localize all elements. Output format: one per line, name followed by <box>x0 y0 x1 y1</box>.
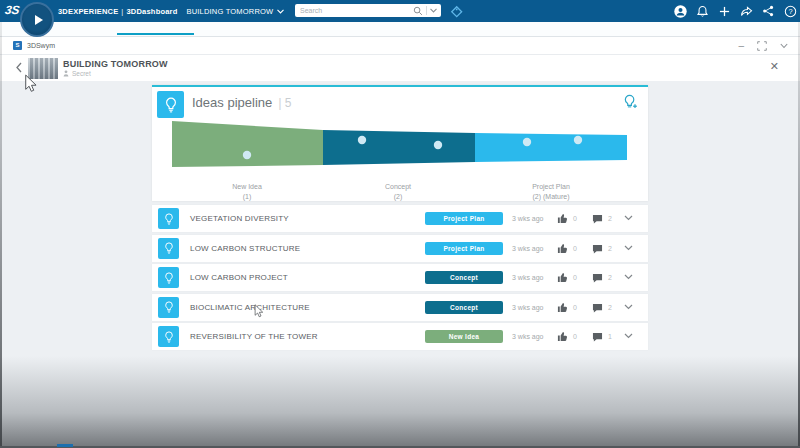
widget-title-bar: S 3DSwym – <box>0 37 800 55</box>
timestamp: 3 wks ago <box>512 245 544 252</box>
idea-dot[interactable] <box>574 136 582 144</box>
maximize-icon[interactable] <box>757 41 767 51</box>
idea-dot[interactable] <box>434 141 442 149</box>
status-badge: New Idea <box>425 330 503 343</box>
card-title-row: Ideas pipeline|5 <box>192 95 291 110</box>
app-name[interactable]: 3DDashboard <box>127 7 178 16</box>
thumbs-up-icon[interactable] <box>557 272 568 283</box>
share-network-icon[interactable] <box>761 4 775 18</box>
comment-count: 2 <box>608 215 612 222</box>
like-count: 0 <box>573 304 577 311</box>
expand-chevron-icon[interactable] <box>624 333 633 339</box>
widget-app-name[interactable]: 3DSwym <box>27 42 55 49</box>
idea-dot[interactable] <box>523 138 531 146</box>
community-thumbnail[interactable] <box>28 58 58 79</box>
chevron-down-icon[interactable] <box>277 9 284 14</box>
share-arrow-icon[interactable] <box>739 4 753 18</box>
idea-row[interactable]: BIOCLIMATIC ARCHITECTURE Concept 3 wks a… <box>152 294 648 321</box>
member-icon <box>63 70 69 77</box>
search-scope-chevron-icon[interactable] <box>430 8 437 13</box>
funnel-stage-concept[interactable] <box>323 130 475 165</box>
lightbulb-icon <box>157 91 184 118</box>
thumbs-up-icon[interactable] <box>557 331 568 342</box>
widget-chevron-down-icon[interactable] <box>780 43 788 49</box>
like-count: 0 <box>573 215 577 222</box>
status-badge: Project Plan <box>425 242 503 255</box>
timestamp: 3 wks ago <box>512 215 544 222</box>
comment-icon[interactable] <box>592 332 603 342</box>
like-count: 0 <box>573 333 577 340</box>
lightbulb-icon <box>158 208 179 229</box>
video-progress-mark <box>57 444 73 447</box>
stage-label-concept: Concept(2) <box>385 182 411 202</box>
search-divider <box>426 6 427 15</box>
expand-chevron-icon[interactable] <box>624 274 633 280</box>
add-plus-icon[interactable] <box>717 4 731 18</box>
active-tab-indicator <box>117 33 194 35</box>
breadcrumb: 3DEXPERIENCE | 3DDashboard BUILDING TOMO… <box>58 0 284 22</box>
topbar-actions: ? <box>673 0 797 22</box>
idea-dot[interactable] <box>358 136 366 144</box>
dashboard-context[interactable]: BUILDING TOMORROW <box>186 7 273 16</box>
help-icon[interactable]: ? <box>783 4 797 18</box>
thumbs-up-icon[interactable] <box>557 243 568 254</box>
idea-title[interactable]: REVERSIBILITY OF THE TOWER <box>190 332 318 341</box>
bottom-gradient <box>0 356 800 448</box>
comment-count: 1 <box>608 333 612 340</box>
timestamp: 3 wks ago <box>512 333 544 340</box>
idea-row[interactable]: LOW CARBON STRUCTURE Project Plan 3 wks … <box>152 235 648 262</box>
expand-chevron-icon[interactable] <box>624 304 633 310</box>
user-avatar-icon[interactable] <box>673 4 687 18</box>
idea-title[interactable]: LOW CARBON PROJECT <box>190 273 288 282</box>
back-button[interactable] <box>15 62 23 73</box>
status-badge: Project Plan <box>425 212 503 225</box>
card-title: Ideas pipeline <box>192 95 272 110</box>
idea-title[interactable]: BIOCLIMATIC ARCHITECTURE <box>190 303 310 312</box>
timestamp: 3 wks ago <box>512 304 544 311</box>
play-icon <box>35 15 43 25</box>
idea-title[interactable]: LOW CARBON STRUCTURE <box>190 244 300 253</box>
count-divider: | <box>278 95 281 110</box>
compass-icon[interactable] <box>20 2 54 37</box>
idea-row[interactable]: REVERSIBILITY OF THE TOWER New Idea 3 wk… <box>152 323 648 350</box>
lightbulb-icon <box>158 326 179 347</box>
ideas-funnel-chart <box>172 120 628 180</box>
comment-icon[interactable] <box>592 244 603 254</box>
minimize-button[interactable]: – <box>738 42 744 50</box>
thumbs-up-icon[interactable] <box>557 302 568 313</box>
swym-app-icon: S <box>13 41 22 50</box>
brand-name: 3DEXPERIENCE <box>58 7 118 16</box>
search-input[interactable] <box>295 7 413 14</box>
search-icon[interactable] <box>413 6 423 16</box>
global-search[interactable] <box>295 4 441 17</box>
comment-count: 2 <box>608 274 612 281</box>
idea-row[interactable]: VEGETATION DIVERSITY Project Plan 3 wks … <box>152 205 648 232</box>
add-idea-button[interactable] <box>623 94 638 110</box>
thumbs-up-icon[interactable] <box>557 213 568 224</box>
svg-text:?: ? <box>788 7 792 16</box>
expand-chevron-icon[interactable] <box>624 215 633 221</box>
dashboard-tab-strip <box>0 22 800 37</box>
comment-count: 2 <box>608 245 612 252</box>
stage-label-new-idea: New Idea(1) <box>232 182 262 202</box>
funnel-stage-new-idea[interactable] <box>172 121 323 167</box>
community-header: BUILDING TOMORROW Secret ✕ <box>0 55 800 81</box>
brand-divider: | <box>121 7 123 16</box>
page-title: BUILDING TOMORROW <box>63 59 168 69</box>
tag-icon[interactable] <box>449 4 463 18</box>
stage-label-project-plan: Project Plan(2) (Mature) <box>532 182 570 202</box>
top-brand-bar: 3S 3DEXPERIENCE | 3DDashboard BUILDING T… <box>0 0 800 22</box>
notifications-bell-icon[interactable] <box>695 4 709 18</box>
idea-row[interactable]: LOW CARBON PROJECT Concept 3 wks ago 0 2 <box>152 264 648 291</box>
funnel-stage-project-plan[interactable] <box>475 133 627 162</box>
expand-chevron-icon[interactable] <box>624 245 633 251</box>
comment-icon[interactable] <box>592 303 603 313</box>
close-button[interactable]: ✕ <box>770 61 779 72</box>
comment-icon[interactable] <box>592 273 603 283</box>
dassault-3ds-logo: 3S <box>4 3 21 17</box>
idea-title[interactable]: VEGETATION DIVERSITY <box>190 214 289 223</box>
comment-icon[interactable] <box>592 214 603 224</box>
funnel-stage-labels: New Idea(1) Concept(2) Project Plan(2) (… <box>172 182 628 200</box>
lightbulb-icon <box>158 267 179 288</box>
idea-dot[interactable] <box>243 151 251 159</box>
